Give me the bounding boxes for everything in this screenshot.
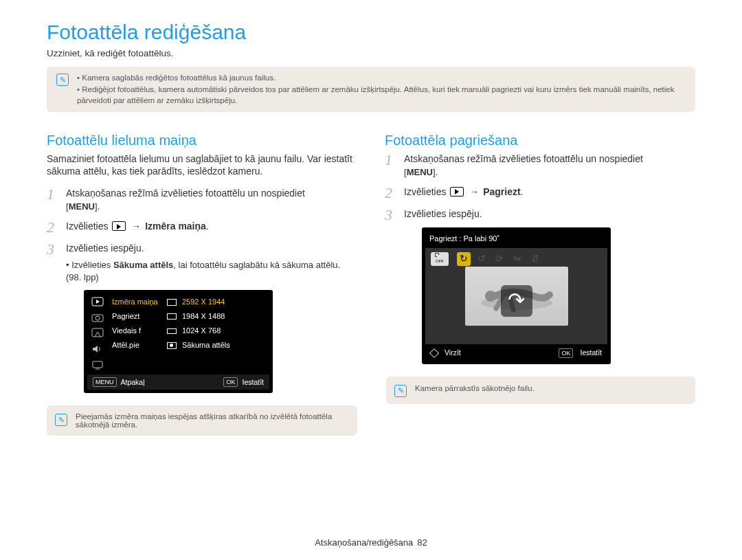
step-number: 3: [385, 208, 397, 404]
right-section-title: Fotoattēla pagriešana: [385, 133, 695, 148]
arrow-icon: →: [131, 221, 141, 232]
playback-icon: [112, 221, 126, 231]
lcd-row: Viedais f 1024 X 768: [109, 324, 268, 338]
lcd-row: Pagriezt 1984 X 1488: [109, 309, 268, 324]
rotate-lcd-header: Pagriezt : Pa labi 90˚: [425, 231, 607, 247]
ok-tag: OK: [223, 377, 238, 387]
sound-icon: [91, 344, 104, 355]
edit-icon: [91, 328, 104, 339]
arrow-icon: →: [469, 186, 479, 197]
flip-h-icon: ⇋: [510, 252, 524, 266]
left-step-1: 1 Atskaņošanas režīmā izvēlieties fotoat…: [47, 187, 357, 213]
rotate-right-90-icon: ↻: [457, 252, 471, 266]
left-step3-text: Izvēlieties iespēju.: [66, 243, 144, 254]
rotate-180-icon: ⟳: [493, 252, 506, 266]
right-step-1: 1 Atskaņošanas režīmā izvēlieties fotoat…: [385, 153, 695, 179]
playback-tab-icon: [91, 296, 104, 307]
right-step2-target: Pagriezt: [483, 186, 520, 197]
left-column: Fotoattēlu lieluma maiņa Samaziniet foto…: [47, 133, 357, 436]
left-section-desc: Samaziniet fotoattēla lielumu un saglabā…: [47, 153, 357, 177]
top-note-item: Kamera saglabās rediģētos fotoattēlus kā…: [77, 72, 686, 84]
left-section-title: Fotoattēlu lieluma maiņa: [47, 133, 357, 148]
dpad-icon: [429, 348, 439, 357]
note-icon: ✎: [394, 385, 407, 397]
rotate-overlay-icon: ↷: [501, 285, 532, 317]
right-bottom-note: ✎ Kamera pārrakstīs sākotnējo failu.: [386, 377, 695, 404]
size-mini-icon: [167, 313, 177, 320]
left-step3-sub: Izvēlieties Sākuma attēls, lai fotoattēl…: [66, 259, 357, 283]
step-number: 3: [47, 242, 59, 393]
rotate-icon-row: ↻ ↺ ⟳ ⇋ ⇵: [457, 252, 542, 266]
note-icon: ✎: [55, 414, 67, 426]
off-badge: OFF: [431, 252, 449, 266]
left-step2-text: Izvēlieties: [66, 221, 111, 232]
lcd-list: Izmēra maiņa 2592 X 1944 Pagriezt 1984 X…: [108, 293, 269, 373]
step-number: 1: [385, 153, 397, 179]
right-step2-text: Izvēlieties: [404, 186, 449, 197]
right-step-3: 3 Izvēlieties iespēju. Pagriezt : Pa lab…: [385, 208, 695, 404]
svg-rect-4: [93, 361, 102, 368]
menu-key: MENU: [66, 201, 98, 213]
resize-lcd: Izmēra maiņa 2592 X 1944 Pagriezt 1984 X…: [84, 290, 273, 393]
right-step3-text: Izvēlieties iespēju.: [404, 208, 482, 219]
page-footer: Atskaņošana/rediģēšana82: [0, 537, 742, 548]
rotate-preview: OFF ↻ ↺ ⟳ ⇋ ⇵: [425, 248, 607, 344]
size-mini-icon: [167, 328, 177, 334]
lcd-row: Attēl.pie Sākuma attēls: [109, 338, 268, 352]
menu-tag: MENU: [93, 377, 117, 387]
right-step1-text: Atskaņošanas režīmā izvēlieties fotoattē…: [404, 153, 643, 164]
right-column: Fotoattēla pagriešana 1 Atskaņošanas rež…: [385, 133, 695, 436]
playback-icon: [450, 187, 464, 197]
menu-key: MENU: [404, 166, 436, 179]
left-bottom-note: ✎ Pieejamās izmēra maiņas iespējas atšķi…: [47, 405, 357, 436]
rotate-lcd: Pagriezt : Pa labi 90˚ OFF ↻ ↺ ⟳ ⇋: [422, 227, 611, 364]
step-number: 2: [47, 220, 59, 235]
right-step-2: 2 Izvēlieties → Pagriezt.: [385, 186, 695, 201]
step-number: 2: [385, 186, 397, 201]
lcd-row: Izmēra maiņa 2592 X 1944: [109, 295, 268, 309]
page-subtitle: Uzziniet, kā rediģēt fotoattēlus.: [47, 48, 695, 58]
page-title: Fotoattēla rediģēšana: [47, 21, 695, 44]
left-step-3: 3 Izvēlieties iespēju. Izvēlieties Sākum…: [47, 242, 357, 393]
flip-v-icon: ⇵: [528, 252, 542, 266]
rotate-lcd-footer: Virzīt OK Iestatīt: [425, 346, 607, 361]
ok-tag: OK: [559, 348, 573, 358]
left-step1-text: Atskaņošanas režīmā izvēlieties fotoattē…: [66, 188, 305, 199]
note-icon: ✎: [56, 74, 69, 86]
top-note-box: ✎ Kamera saglabās rediģētos fotoattēlus …: [47, 67, 695, 112]
rotate-left-90-icon: ↺: [475, 252, 488, 266]
left-step-2: 2 Izvēlieties → Izmēra maiņa.: [47, 220, 357, 235]
camera-icon: [91, 312, 104, 323]
left-step2-target: Izmēra maiņa: [145, 221, 206, 232]
svg-point-2: [95, 316, 100, 320]
display-icon: [91, 359, 104, 370]
lcd-side-icons: [87, 293, 108, 373]
start-image-mini-icon: [167, 342, 177, 349]
size-mini-icon: [167, 299, 177, 306]
lcd-footer: MENU Atpakaļ OK Iestatīt: [87, 374, 269, 390]
step-number: 1: [47, 187, 59, 213]
top-note-item: Rediģējot fotoattēlus, kamera automātisk…: [77, 84, 686, 107]
